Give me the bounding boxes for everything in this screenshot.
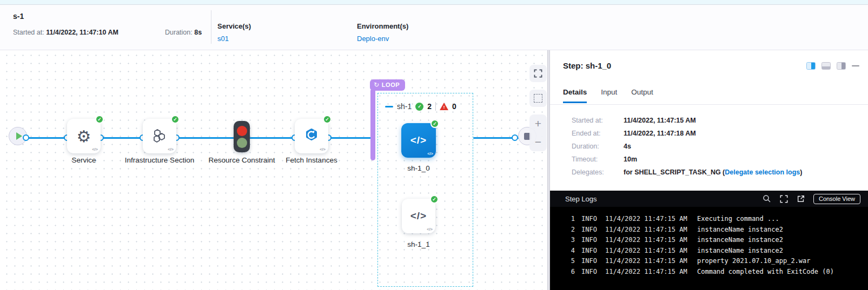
port-end-in <box>512 134 518 141</box>
layout-right-icon[interactable] <box>837 62 846 70</box>
log-timestamp: 11/4/2022 11:47:15 AM <box>605 256 697 267</box>
log-message: instanceName instance2 <box>697 225 783 235</box>
red-light-icon <box>237 126 247 136</box>
header-divider <box>211 10 211 44</box>
node-fetch-instances-label: Fetch Instances <box>271 156 352 165</box>
detail-label: Duration: <box>572 143 624 150</box>
node-sh-1-1[interactable] <box>402 199 435 233</box>
log-message: Command completed with ExitCode (0) <box>697 267 834 278</box>
log-message: instanceName instance2 <box>697 235 783 246</box>
step-tabs: Details Input Output <box>563 88 653 103</box>
success-check-icon <box>171 115 180 124</box>
services-label: Service(s) <box>217 22 251 30</box>
execution-header: s-1 Started at: 11/4/2022, 11:47:10 AM D… <box>0 5 868 50</box>
node-fetch-instances[interactable] <box>295 119 328 153</box>
open-in-new-icon[interactable] <box>797 194 805 203</box>
failure-count-icon: ! <box>440 103 448 110</box>
layout-split-right-icon[interactable] <box>806 62 816 70</box>
code-mini-icon <box>168 147 174 152</box>
loop-badge[interactable]: LOOP <box>370 79 405 91</box>
play-icon <box>16 132 22 140</box>
code-mini-icon <box>92 147 98 152</box>
detail-label: Delegates: <box>572 168 624 176</box>
node-sh-1-0[interactable] <box>401 123 436 158</box>
node-resource-constraint-label: Resource Constraint <box>201 156 282 165</box>
log-line: 3 INFO 11/4/2022 11:47:15 AM instanceNam… <box>550 235 868 246</box>
green-light-icon <box>237 138 247 148</box>
started-at-value: 11/4/2022, 11:47:10 AM <box>46 29 118 36</box>
log-level: INFO <box>581 214 605 225</box>
zoom-out-button[interactable]: − <box>529 133 547 151</box>
duration-label: Duration: <box>165 29 193 36</box>
fit-to-screen-button[interactable] <box>529 65 547 82</box>
hexagons-icon <box>150 127 169 145</box>
console-view-button[interactable]: Console View <box>813 194 860 204</box>
count-divider <box>435 102 436 111</box>
edge-start-service <box>26 137 68 139</box>
layout-bottom-icon[interactable] <box>821 62 831 70</box>
step-logs-console[interactable]: 1 INFO 11/4/2022 11:47:15 AM Executing c… <box>550 207 868 290</box>
pipeline-canvas[interactable]: Service Infrastructure Section Resource … <box>0 50 547 290</box>
success-check-icon <box>430 195 439 204</box>
fullscreen-icon <box>533 69 543 78</box>
log-line-number: 4 <box>568 246 575 257</box>
log-message: instanceName instance2 <box>697 246 783 257</box>
detail-row-started: Started at: 11/4/2022, 11:47:15 AM <box>572 114 802 127</box>
node-service-label: Service <box>43 156 124 165</box>
detail-label: Timeout: <box>572 156 624 163</box>
node-sh-1-1-label: sh-1_1 <box>378 240 459 249</box>
expand-logs-icon[interactable] <box>779 194 789 204</box>
search-icon[interactable] <box>763 194 771 203</box>
pipeline-name: s-1 <box>13 12 24 21</box>
log-level: INFO <box>581 267 605 278</box>
started-at-row: Started at: 11/4/2022, 11:47:10 AM <box>13 29 118 36</box>
detail-row-delegates: Delegates: for SHELL_SCRIPT_TASK_NG (Del… <box>572 166 802 179</box>
marquee-select-button[interactable] <box>529 90 547 107</box>
success-check-icon <box>323 115 332 124</box>
step-logs-header: Step Logs Console View <box>550 191 868 207</box>
shell-script-icon <box>410 134 427 146</box>
loop-group-outline <box>377 93 473 287</box>
zoom-in-button[interactable]: + <box>529 114 547 133</box>
log-level: INFO <box>581 246 605 257</box>
detail-label: Ended at: <box>572 130 624 137</box>
code-mini-icon <box>427 151 433 156</box>
edge-infra-constraint <box>176 137 234 139</box>
log-line: 1 INFO 11/4/2022 11:47:15 AM Executing c… <box>550 214 868 225</box>
step-logs-title: Step Logs <box>565 195 763 203</box>
success-check-icon <box>430 119 439 128</box>
loop-accent-bar <box>370 90 375 160</box>
step-panel-title: Step: sh-1_0 <box>563 61 611 70</box>
log-line-number: 1 <box>568 214 575 225</box>
step-details-list: Started at: 11/4/2022, 11:47:15 AM Ended… <box>572 114 802 179</box>
log-line-number: 6 <box>568 267 575 278</box>
tab-details[interactable]: Details <box>563 88 587 103</box>
collapse-group-button[interactable] <box>385 106 393 107</box>
duration-row: Duration: 8s <box>165 29 202 36</box>
tabs-rule <box>550 104 868 105</box>
delegate-selection-logs-link[interactable]: Delegate selection logs <box>725 168 800 176</box>
node-resource-constraint[interactable] <box>234 121 250 152</box>
delegates-text: for SHELL_SCRIPT_TASK_NG ( <box>624 168 725 176</box>
environment-link[interactable]: Deplo-env <box>357 35 389 43</box>
failure-count: 0 <box>452 102 456 111</box>
service-link[interactable]: s01 <box>217 35 229 43</box>
port-start-out <box>23 134 29 141</box>
detail-row-ended: Ended at: 11/4/2022, 11:47:18 AM <box>572 127 802 140</box>
log-level: INFO <box>581 256 605 267</box>
log-line: 4 INFO 11/4/2022 11:47:15 AM instanceNam… <box>550 246 868 257</box>
minimize-panel-icon[interactable] <box>852 65 859 67</box>
node-service[interactable] <box>67 119 101 153</box>
detail-label: Started at: <box>572 117 624 124</box>
node-infrastructure[interactable] <box>143 119 176 153</box>
duration-value: 8s <box>194 29 202 36</box>
elastigroup-icon <box>302 127 321 145</box>
log-line: 5 INFO 11/4/2022 11:47:15 AM property 20… <box>550 256 868 267</box>
detail-row-duration: Duration: 4s <box>572 140 802 153</box>
selection-box-icon <box>534 94 542 103</box>
tab-input[interactable]: Input <box>601 88 617 103</box>
log-timestamp: 11/4/2022 11:47:15 AM <box>605 235 697 246</box>
log-timestamp: 11/4/2022 11:47:15 AM <box>605 267 697 278</box>
gear-icon <box>77 127 91 146</box>
tab-output[interactable]: Output <box>631 88 653 103</box>
